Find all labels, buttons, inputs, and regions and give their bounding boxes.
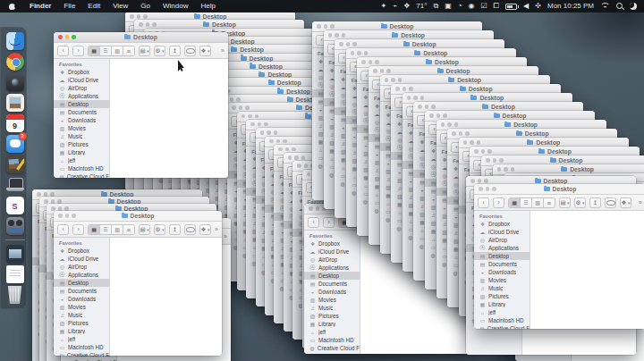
dropbox-toolbar-button[interactable]: ❖ — [199, 46, 211, 56]
dock-trash[interactable] — [6, 286, 24, 304]
dock-finder[interactable] — [6, 32, 24, 50]
minimize-button[interactable] — [267, 130, 271, 135]
menu-file[interactable]: File — [57, 2, 81, 10]
sidebar-item-desktop[interactable]: ▤Desktop — [54, 279, 109, 287]
zoom-button[interactable] — [499, 158, 504, 163]
sidebar-item-airdrop[interactable]: ◎AirDrop — [474, 236, 530, 244]
battery-icon[interactable] — [505, 4, 517, 10]
zoom-button[interactable] — [57, 199, 62, 204]
close-button[interactable] — [278, 147, 283, 152]
share-button[interactable]: ↥ — [169, 46, 181, 56]
sidebar-item-jeff[interactable]: ⌂jeff — [304, 328, 360, 336]
zoom-button[interactable] — [283, 139, 287, 144]
back-button[interactable]: ‹ — [308, 217, 319, 228]
close-button[interactable] — [51, 206, 55, 211]
close-button[interactable] — [288, 155, 292, 160]
dock-laptop-app[interactable] — [6, 176, 24, 194]
sidebar-item-creative-cloud-files[interactable]: ◍Creative Cloud Files — [54, 172, 109, 178]
dock-imovie[interactable] — [6, 217, 24, 235]
back-button[interactable]: ‹ — [57, 224, 69, 235]
menu-view[interactable]: View — [106, 2, 134, 10]
close-button[interactable] — [297, 164, 301, 168]
dropbox-toolbar-button[interactable]: ❖ — [199, 224, 211, 235]
window-titlebar[interactable]: Desktop — [54, 32, 228, 43]
minimize-button[interactable] — [44, 192, 48, 197]
sidebar-item-icloud-drive[interactable]: ☁iCloud Drive — [474, 228, 530, 236]
sidebar-item-library[interactable]: ▦Library — [474, 300, 530, 308]
zoom-button[interactable] — [143, 14, 148, 19]
column-view-button[interactable]: ▥ — [112, 46, 123, 55]
forward-button[interactable]: › — [493, 197, 504, 208]
close-button[interactable] — [269, 139, 274, 144]
sidebar-item-dropbox[interactable]: ❖Dropbox — [54, 68, 109, 76]
zoom-button[interactable] — [364, 51, 369, 55]
column-view-button[interactable]: ▥ — [532, 198, 544, 207]
coverflow-view-button[interactable]: ⧈ — [123, 225, 134, 234]
menu-window[interactable]: Window — [157, 2, 194, 10]
sidebar-item-desktop[interactable]: ▤Desktop — [474, 252, 530, 260]
close-button[interactable] — [339, 42, 343, 46]
forward-button[interactable]: › — [72, 46, 84, 56]
window-content[interactable] — [110, 238, 222, 356]
sidebar-item-downloads[interactable]: ◒Downloads — [304, 288, 360, 296]
sidebar-item-documents[interactable]: ▤Documents — [54, 287, 109, 295]
sidebar-item-jeff[interactable]: ⌂jeff — [474, 308, 530, 316]
zoom-button[interactable] — [72, 214, 76, 218]
sidebar-item-applications[interactable]: ⒶApplications — [474, 244, 530, 252]
list-view-button[interactable]: ☰ — [100, 225, 112, 234]
minimize-button[interactable] — [459, 131, 463, 136]
zoom-button[interactable] — [274, 130, 278, 135]
zoom-button[interactable] — [245, 105, 250, 110]
close-button[interactable] — [452, 131, 456, 136]
sidebar-item-airdrop[interactable]: ◎AirDrop — [54, 84, 109, 92]
zoom-button[interactable] — [342, 33, 346, 38]
sidebar-item-macintosh-hd[interactable]: ▭Macintosh HD — [304, 336, 360, 344]
back-button[interactable]: ‹ — [57, 46, 69, 56]
dock-photo-booth[interactable] — [6, 73, 24, 91]
sidebar-item-icloud-drive[interactable]: ☁iCloud Drive — [54, 76, 109, 84]
finder-window[interactable]: Desktop ‹ › ▦☰▥⧈ ▤ ⚙ ↥ ❖ » Favorites ❖Dr… — [474, 184, 644, 329]
sidebar-item-documents[interactable]: ▤Documents — [54, 108, 109, 116]
back-button[interactable]: ‹ — [478, 197, 489, 208]
zoom-button[interactable] — [465, 131, 470, 136]
zoom-button[interactable] — [454, 122, 459, 127]
arrange-button[interactable]: ▤ — [139, 224, 150, 235]
zoom-button[interactable] — [409, 87, 413, 91]
close-button[interactable] — [44, 199, 48, 204]
sidebar-item-movies[interactable]: ▥Movies — [54, 124, 109, 132]
sidebar-item-music[interactable]: ♫Music — [54, 132, 109, 140]
sidebar-item-applications[interactable]: ⒶApplications — [54, 92, 109, 100]
action-button[interactable]: ⚙ — [574, 197, 586, 208]
forward-button[interactable]: › — [72, 224, 84, 235]
sidebar-item-icloud-drive[interactable]: ☁iCloud Drive — [54, 255, 109, 263]
close-button[interactable] — [486, 158, 490, 163]
minimize-button[interactable] — [357, 51, 361, 55]
close-button[interactable] — [385, 78, 389, 82]
close-button[interactable] — [37, 192, 41, 197]
close-button[interactable] — [474, 149, 479, 154]
sidebar-item-macintosh-hd[interactable]: ▭Macintosh HD — [54, 164, 109, 172]
window-titlebar[interactable]: Desktop — [54, 211, 222, 222]
camera-icon[interactable]: ◉ — [469, 0, 475, 13]
minimize-button[interactable] — [470, 140, 474, 145]
close-button[interactable] — [58, 214, 63, 218]
zoom-button[interactable] — [255, 114, 259, 119]
zoom-button[interactable] — [375, 60, 379, 64]
wifi-icon[interactable] — [600, 3, 610, 10]
minimize-button[interactable] — [65, 35, 70, 39]
menu-go[interactable]: Go — [134, 2, 157, 10]
volume-icon[interactable]: ◀ — [523, 0, 529, 13]
list-view-button[interactable]: ☰ — [521, 198, 532, 207]
list-view-button[interactable]: ☰ — [100, 46, 112, 55]
window-content[interactable] — [110, 59, 228, 178]
toolbar-overflow-button[interactable]: » — [221, 47, 225, 54]
minimize-button[interactable] — [425, 105, 429, 109]
menu-help[interactable]: Help — [194, 2, 221, 10]
sidebar-item-macintosh-hd[interactable]: ▭Macintosh HD — [474, 316, 530, 324]
tags-button[interactable] — [184, 224, 196, 235]
zoom-button[interactable] — [64, 206, 69, 211]
zoom-button[interactable] — [477, 140, 481, 145]
minimize-button[interactable] — [380, 69, 385, 73]
close-button[interactable] — [479, 187, 483, 191]
close-button[interactable] — [395, 87, 400, 91]
